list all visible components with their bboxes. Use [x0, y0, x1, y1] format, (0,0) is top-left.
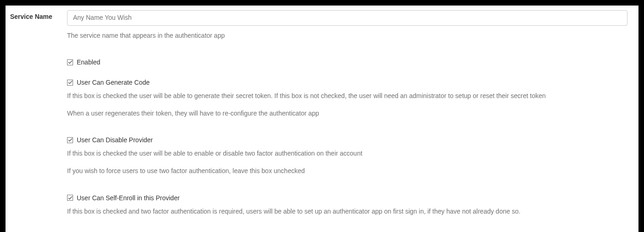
disable-provider-checkbox-row: User Can Disable Provider: [67, 136, 627, 144]
check-icon: [68, 196, 73, 200]
settings-panel: Service Name The service name that appea…: [6, 6, 638, 232]
check-icon: [68, 80, 73, 85]
disable-provider-help-2: If you wish to force users to use two fa…: [67, 167, 627, 176]
generate-code-section: User Can Generate Code If this box is ch…: [67, 79, 627, 118]
enabled-section: Enabled: [67, 58, 627, 66]
content-column: The service name that appears in the aut…: [67, 10, 631, 232]
service-name-help: The service name that appears in the aut…: [67, 31, 627, 41]
check-icon: [68, 138, 73, 142]
generate-code-checkbox-row: User Can Generate Code: [67, 79, 627, 86]
generate-code-help-1: If this box is checked the user will be …: [67, 92, 627, 101]
self-enroll-checkbox[interactable]: [67, 195, 73, 201]
disable-provider-section: User Can Disable Provider If this box is…: [67, 136, 627, 175]
disable-provider-help-1: If this box is checked the user will be …: [67, 149, 627, 158]
enabled-label: Enabled: [77, 58, 100, 66]
generate-code-label: User Can Generate Code: [77, 79, 150, 86]
self-enroll-section: User Can Self-Enroll in this Provider If…: [67, 194, 627, 216]
self-enroll-checkbox-row: User Can Self-Enroll in this Provider: [67, 194, 627, 202]
disable-provider-checkbox[interactable]: [67, 137, 73, 143]
enabled-checkbox[interactable]: [67, 59, 73, 65]
service-name-input[interactable]: [67, 10, 627, 26]
enabled-checkbox-row: Enabled: [67, 58, 627, 66]
service-name-label: Service Name: [7, 10, 67, 20]
generate-code-checkbox[interactable]: [67, 80, 73, 86]
self-enroll-help: If this box is checked and two factor au…: [67, 207, 627, 216]
check-icon: [68, 60, 73, 64]
self-enroll-label: User Can Self-Enroll in this Provider: [77, 194, 180, 202]
disable-provider-label: User Can Disable Provider: [77, 136, 153, 144]
service-name-row: Service Name The service name that appea…: [6, 10, 638, 232]
generate-code-help-2: When a user regenerates their token, the…: [67, 109, 627, 118]
